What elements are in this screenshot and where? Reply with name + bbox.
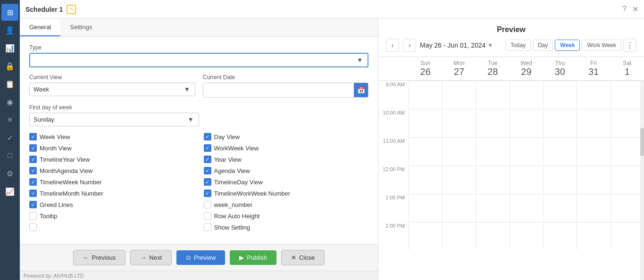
cal-today-button[interactable]: Today [505,40,531,51]
sidebar-icon-lock[interactable]: 🔒 [1,58,18,74]
tab-general[interactable]: General [20,19,60,36]
calendar-cell[interactable] [442,194,476,222]
calendar-cell[interactable] [577,81,610,109]
sidebar-icon-square[interactable]: □ [1,147,18,164]
cal-prev-button[interactable]: ‹ [386,39,399,52]
calendar-cell[interactable] [577,194,610,222]
sidebar-icon-analytics[interactable]: 📈 [1,183,18,200]
calendar-cell[interactable] [611,222,644,250]
calendar-cell[interactable] [577,109,610,137]
calendar-cell[interactable] [442,81,476,109]
cal-week-button[interactable]: Week [555,40,580,51]
calendar-cell[interactable] [543,137,577,165]
calendar-cell[interactable] [409,222,442,250]
calendar-cell[interactable] [409,109,442,137]
checkbox-rowautoheight[interactable] [204,212,211,220]
checkbox-monthview[interactable]: ✓ [29,144,37,152]
calendar-cell[interactable] [409,81,442,109]
checkbox-week_number[interactable] [204,201,211,208]
type-dropdown-arrow[interactable]: ▼ [352,54,368,66]
publish-button[interactable]: ▶ Publish [230,250,276,265]
checkbox-tooltip[interactable] [29,212,37,220]
calendar-cell[interactable] [510,81,543,109]
sidebar-icon-list[interactable]: 📋 [1,75,18,92]
calendar-cell[interactable] [476,222,510,250]
checkbox-showsetting[interactable] [204,223,211,231]
calendar-cell[interactable] [611,109,644,137]
calendar-cell[interactable] [409,165,442,194]
calendar-cell[interactable] [543,222,577,250]
calendar-cell[interactable] [476,194,510,222]
sidebar-icon-gear[interactable]: ⚙ [1,165,18,182]
checkbox-weekview[interactable]: ✓ [29,133,37,140]
checkbox-monthagendaview[interactable]: ✓ [29,167,37,174]
calendar-cell[interactable] [476,165,510,194]
checkbox-yearview[interactable]: ✓ [204,156,211,163]
current-view-select[interactable]: Week Day Month [30,83,179,96]
checkbox-timelinemonthnumber[interactable]: ✓ [29,189,37,197]
checkbox-workweekview[interactable]: ✓ [204,144,211,152]
calendar-cell[interactable] [442,109,476,137]
current-view-select-wrapper[interactable]: Week Day Month ▼ [29,82,195,96]
sidebar-icon-menu[interactable]: ≡ [1,111,18,128]
checkbox-timelinedayview[interactable]: ✓ [204,178,211,186]
type-select-wrapper[interactable]: Static ▼ [29,53,368,67]
date-input-wrapper[interactable]: 📅 [203,82,369,98]
calendar-cell[interactable] [476,109,510,137]
calendar-cell[interactable] [510,222,543,250]
calendar-cell[interactable] [476,137,510,165]
calendar-cell[interactable] [577,222,610,250]
calendar-cell[interactable] [510,194,543,222]
calendar-cell[interactable] [442,222,476,250]
checkbox-timelineworkweeknumber[interactable]: ✓ [204,189,211,197]
calendar-cell[interactable] [476,81,510,109]
next-button[interactable]: → Next [130,250,172,265]
sidebar-icon-chart[interactable]: 📊 [1,40,18,57]
sidebar-icon-home[interactable]: ⊞ [1,4,18,21]
cal-day-button[interactable]: Day [533,40,553,51]
calendar-cell[interactable] [510,109,543,137]
calendar-scrollbar[interactable] [640,81,644,280]
cal-date-range[interactable]: May 26 - Jun 01, 2024 ▼ [420,41,493,49]
calendar-cell[interactable] [510,165,543,194]
sidebar-icon-user[interactable]: 👤 [1,22,18,39]
date-input[interactable] [203,84,354,97]
calendar-cell[interactable] [577,137,610,165]
calendar-cell[interactable] [611,137,644,165]
checkbox-greedlines[interactable]: ✓ [29,201,37,208]
first-day-select-wrapper[interactable]: Sunday Monday ▼ [29,113,199,126]
checkbox-timelineweeknumber[interactable]: ✓ [29,178,37,186]
calendar-cell[interactable] [442,137,476,165]
edit-title-icon[interactable]: ✎ [67,5,76,14]
calendar-picker-button[interactable]: 📅 [354,83,368,97]
close-button[interactable]: ✕ Close [281,250,325,265]
sidebar-icon-circle[interactable]: ◉ [1,93,18,110]
cal-workweek-button[interactable]: Work Week [582,40,621,51]
calendar-cell[interactable] [409,137,442,165]
preview-button[interactable]: ⊙ Preview [176,250,225,265]
help-button[interactable]: ? [622,5,627,14]
calendar-cell[interactable] [409,194,442,222]
calendar-cell[interactable] [442,165,476,194]
checkbox-[interactable] [29,223,37,231]
calendar-cell[interactable] [510,137,543,165]
checkbox-dayview[interactable]: ✓ [204,133,211,140]
calendar-cell[interactable] [611,165,644,194]
calendar-cell[interactable] [543,81,577,109]
calendar-cell[interactable] [577,165,610,194]
checkbox-agendaview[interactable]: ✓ [204,167,211,174]
type-input[interactable]: Static [30,54,352,66]
checkbox-timelineyearview[interactable]: ✓ [29,156,37,163]
calendar-cell[interactable] [611,194,644,222]
first-day-select[interactable]: Sunday Monday [30,113,183,126]
cal-next-button[interactable]: › [403,39,416,52]
calendar-cell[interactable] [611,81,644,109]
calendar-cell[interactable] [543,109,577,137]
calendar-cell[interactable] [543,194,577,222]
previous-button[interactable]: ← Previous [73,250,126,265]
close-window-button[interactable]: ✕ [632,5,638,14]
sidebar-icon-check[interactable]: ✓ [1,129,18,146]
cal-more-options-button[interactable]: ⋮ [623,39,636,52]
calendar-cell[interactable] [543,165,577,194]
tab-settings[interactable]: Settings [60,19,101,36]
